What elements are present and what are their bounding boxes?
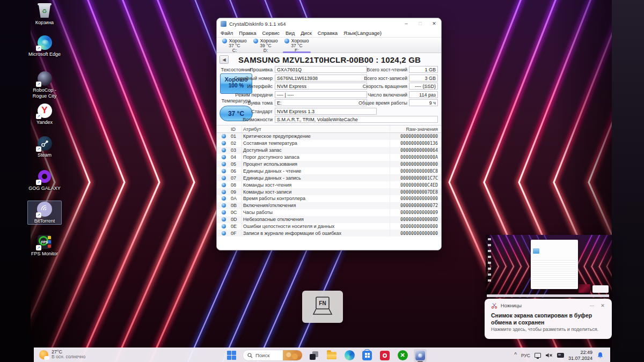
smart-table-row: 0D Небезопасные отключения 0000000000000… xyxy=(217,216,441,223)
smart-table-row: 09 Команды хост-записи 00000000007DE8 xyxy=(217,188,441,195)
toast-app-name: Ножницы xyxy=(501,303,585,308)
search-placeholder: Поиск xyxy=(255,352,283,358)
attribute-status-icon xyxy=(222,224,226,228)
disk-info-panel: Техсостояние Хорошо 100 % Температура 37… xyxy=(217,66,441,125)
clock[interactable]: 22:49 31.07.2024 xyxy=(568,350,592,361)
power-on-hours-value: 9 ч xyxy=(409,99,438,106)
desktop-icon-yandex[interactable]: Y ↗ Yandex xyxy=(27,102,62,125)
toast-subtitle: Нажмите здесь, чтобы разметить и поделит… xyxy=(491,327,606,332)
edge-button[interactable] xyxy=(343,349,356,362)
time: 22:49 xyxy=(568,350,592,356)
smart-table-row: 0B Включения/отключения 00000000000072 xyxy=(217,202,441,209)
windows-logo-icon xyxy=(227,351,236,360)
red-app-button[interactable] xyxy=(378,349,391,362)
file-explorer-button[interactable] xyxy=(325,349,338,362)
letterbox-left xyxy=(0,0,31,362)
weather-condition: В осн. солнечно xyxy=(52,354,85,360)
network-icon[interactable] xyxy=(535,353,541,358)
xbox-icon: ✕ xyxy=(398,350,408,360)
tab-drive-c[interactable]: Хорошо 37 °C C: xyxy=(219,38,250,53)
shortcut-arrow-icon: ↗ xyxy=(36,245,41,250)
bittorrent-icon: ↗ xyxy=(36,201,53,217)
desktop-icon-edge[interactable]: ↗ Microsoft Edge xyxy=(27,34,62,57)
shortcut-arrow-icon: ↗ xyxy=(36,146,41,152)
menu-file[interactable]: Файл xyxy=(221,30,233,36)
language-indicator[interactable]: РУС xyxy=(521,353,530,358)
menu-disk[interactable]: Диск xyxy=(301,30,312,36)
attribute-status-icon xyxy=(222,203,226,208)
mini-taskbar xyxy=(487,294,609,297)
col-raw[interactable]: Raw-значения xyxy=(390,125,441,132)
window-title: CrystalDiskInfo 9.1.1 x64 xyxy=(229,21,399,27)
start-button[interactable] xyxy=(225,349,238,362)
search-box[interactable]: Поиск xyxy=(243,350,303,361)
smart-table-row: 05 Процент использования 00000000000000 xyxy=(217,161,441,168)
scissors-icon xyxy=(491,302,497,309)
attribute-status-icon xyxy=(222,141,226,145)
desktop-icon-fps-monitor[interactable]: FPS ↗ FPS Monitor xyxy=(27,234,62,257)
smart-table-row: 0F Записи в журнале информации об ошибка… xyxy=(217,230,441,237)
tab-drive-e[interactable]: Хорошо 37 °C E: xyxy=(281,38,312,53)
attribute-status-icon xyxy=(222,190,226,194)
toast-more-button[interactable]: ⋯ xyxy=(588,303,596,308)
attribute-status-icon xyxy=(222,183,226,187)
desktop-icon-gog[interactable]: ↗ GOG GALAXY xyxy=(27,168,62,191)
steam-icon: ↗ xyxy=(36,135,53,151)
disk-title: SAMSUNG MZVL21T0HCLR-00B00 : 1024,2 GB xyxy=(229,55,441,64)
fps-monitor-icon: FPS ↗ xyxy=(36,234,53,250)
snipping-tool-toast[interactable]: Ножницы ⋯ ✕ Снимок экрана скопирован в б… xyxy=(485,299,612,339)
mini-desktop-icons xyxy=(488,238,491,284)
smart-table-row: 0A Время работы контроллера 000000000000… xyxy=(217,195,441,202)
close-button[interactable]: ✕ xyxy=(427,18,441,29)
attribute-status-icon xyxy=(222,196,226,201)
screenshot-preview[interactable] xyxy=(486,235,612,298)
power-on-count-value: 114 раз xyxy=(409,91,438,98)
col-attribute[interactable]: Атрибут xyxy=(241,125,390,132)
notification-bell-icon[interactable] xyxy=(597,352,604,359)
attribute-status-icon xyxy=(222,210,226,215)
attribute-status-icon xyxy=(222,169,226,173)
maximize-button[interactable]: □ xyxy=(413,18,427,29)
prev-disk-button[interactable]: ◀ xyxy=(219,55,229,64)
search-daily-image[interactable] xyxy=(283,350,302,361)
health-status-icon xyxy=(284,39,289,43)
crystaldiskinfo-taskbar-button[interactable] xyxy=(414,349,427,362)
edge-icon: ↗ xyxy=(36,34,53,50)
mini-thumbnail xyxy=(579,284,590,293)
attribute-status-icon xyxy=(222,217,226,221)
shortcut-arrow-icon: ↗ xyxy=(36,212,41,218)
robocop-icon: ↗ xyxy=(36,70,53,86)
xbox-button[interactable]: ✕ xyxy=(396,349,409,362)
toast-title: Снимок экрана скопирован в буфер обмена … xyxy=(491,312,606,326)
tab-drive-d[interactable]: Хорошо 39 °C D: xyxy=(250,38,281,53)
minimize-button[interactable]: – xyxy=(399,18,413,29)
menu-edit[interactable]: Правка xyxy=(239,30,256,36)
tray-overflow-chevron[interactable]: ^ xyxy=(514,352,517,358)
col-id[interactable]: ID xyxy=(231,127,241,132)
shortcut-arrow-icon: ↗ xyxy=(36,114,41,119)
mini-toast xyxy=(592,285,609,293)
letterbox-right xyxy=(612,0,644,362)
menu-language[interactable]: Язык(Language) xyxy=(343,30,382,36)
tray-app-icon[interactable] xyxy=(557,353,564,358)
search-icon xyxy=(247,353,253,358)
desktop-icon-recycle-bin[interactable]: ♻ Корзина xyxy=(27,3,62,26)
weather-widget[interactable]: 27°C В осн. солнечно xyxy=(39,349,85,360)
title-bar[interactable]: CrystalDiskInfo 9.1.1 x64 – □ ✕ xyxy=(217,18,441,29)
volume-muted-icon[interactable] xyxy=(545,352,553,358)
drive-tabs: Хорошо 37 °C C: Хорошо 39 °C D: Хорошо 3… xyxy=(217,37,441,53)
toast-close-button[interactable]: ✕ xyxy=(599,303,606,308)
crystaldiskinfo-window: CrystalDiskInfo 9.1.1 x64 – □ ✕ Файл Пра… xyxy=(216,18,442,250)
store-button[interactable] xyxy=(361,349,374,362)
smart-table: ID Атрибут Raw-значения 01 Критическое п… xyxy=(217,125,441,250)
shortcut-arrow-icon: ↗ xyxy=(36,46,41,51)
menu-view[interactable]: Вид xyxy=(286,30,295,36)
desktop-icon-robocop[interactable]: ↗ RoboCop - Rogue City xyxy=(27,70,62,99)
fn-key-osd: FN xyxy=(302,291,343,323)
desktop-icon-steam[interactable]: ↗ Steam xyxy=(27,135,62,158)
task-view-button[interactable] xyxy=(308,349,320,362)
attribute-status-icon xyxy=(222,134,226,138)
menu-help[interactable]: Справка xyxy=(318,30,338,36)
menu-service[interactable]: Сервис xyxy=(262,30,280,36)
desktop-icon-bittorrent[interactable]: ↗ BitTorrent xyxy=(27,201,62,225)
